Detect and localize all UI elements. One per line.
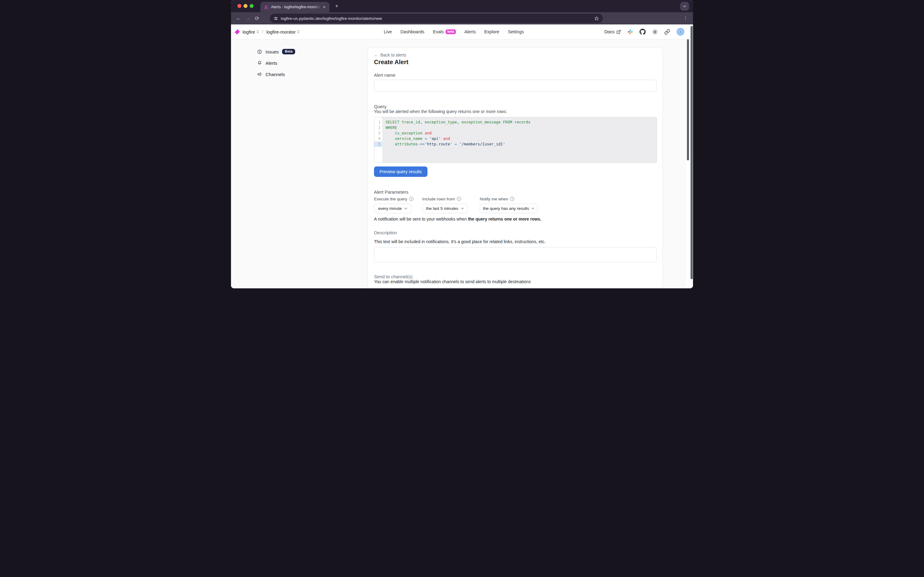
nav-tab-alerts[interactable]: Alerts [464,29,476,34]
main-nav: Live Dashboards Evals beta Alerts Explor… [384,24,524,39]
back-to-alerts-link[interactable]: ← Back to alerts [374,53,406,57]
note-prefix: A notification will be sent to your webh… [374,217,468,221]
sidebar-item-label: Issues [266,49,279,54]
close-window-button[interactable] [237,4,241,8]
bookmark-star-icon[interactable] [594,16,599,21]
sql-query-editor[interactable]: 12345 SELECT trace_id, exception_type, e… [374,117,657,163]
include-rows-select[interactable]: the last 5 minutes [422,204,468,213]
alert-name-label: Alert name [374,73,395,77]
help-question-icon[interactable]: ? [457,197,461,201]
nav-tab-settings[interactable]: Settings [508,29,524,34]
project-name: logfire-monitor [266,29,296,34]
browser-reload-button[interactable]: ⟳ [252,15,261,22]
nav-tab-live[interactable]: Live [384,29,392,34]
channels-heading: Send to channel(s) [374,274,413,279]
browser-back-button[interactable]: ← [234,15,243,21]
chevron-updown-icon [256,30,259,34]
logfire-logo-icon [235,29,240,34]
tab-close-icon[interactable]: × [321,4,327,10]
notify-when-field: Notify me when ? the query has any resul… [480,197,538,213]
select-value: the last 5 minutes [426,206,458,211]
add-channel-box[interactable] [374,287,657,288]
org-switcher[interactable]: logfire [243,29,259,34]
nav-tab-evals-label: Evals [433,29,443,34]
alert-name-input[interactable] [374,80,657,92]
chevron-down-icon [404,207,407,210]
sidebar-item-issues[interactable]: Issues Beta [257,48,295,55]
browser-forward-button[interactable]: → [243,15,252,21]
browser-window: Alerts · logfire/logfire-monitor × + ← →… [231,0,693,288]
megaphone-icon [257,72,262,77]
chevron-updown-icon [297,30,300,34]
nav-tab-dashboards[interactable]: Dashboards [401,29,424,34]
back-to-alerts-label: Back to alerts [381,53,406,57]
page-scrollbar-thumb[interactable] [690,26,693,279]
user-avatar[interactable]: - [677,28,684,36]
chevron-down-icon [461,207,464,210]
alert-parameters-heading: Alert Parameters [374,189,408,195]
docs-label: Docs [605,29,614,34]
site-settings-icon[interactable] [274,16,278,21]
project-switcher[interactable]: logfire-monitor [266,29,300,34]
query-heading: Query [374,104,387,109]
execute-query-label: Execute the query ? [374,197,413,201]
channels-help: You can enable multiple notification cha… [374,279,531,284]
nav-tab-evals[interactable]: Evals beta [433,29,456,34]
select-value: the query has any results [483,206,529,211]
execute-query-select[interactable]: every minute [374,204,411,213]
logfire-favicon-icon [264,5,269,10]
notify-when-select[interactable]: the query has any results [480,204,538,213]
page-title: Create Alert [374,59,408,66]
create-alert-card: ← Back to alerts Create Alert Alert name… [368,47,663,288]
breadcrumb: logfire / logfire-monitor [235,24,300,39]
tab-title: Alerts · logfire/logfire-monitor [271,5,321,9]
include-rows-label: Include rows from ? [422,197,468,201]
field-label-text: Execute the query [374,197,407,201]
header-actions: Docs - [605,24,684,39]
minimize-window-button[interactable] [243,4,247,8]
help-question-icon[interactable]: ? [409,197,413,201]
scrollbar-track [686,24,693,288]
sidebar-item-label: Channels [266,72,285,77]
external-link-icon [616,30,621,34]
new-tab-button[interactable]: + [333,3,340,10]
share-link-icon[interactable] [664,29,670,35]
browser-menu-icon[interactable]: ⋮ [683,15,689,21]
browser-tab[interactable]: Alerts · logfire/logfire-monitor × [260,2,329,12]
sidebar-item-channels[interactable]: Channels [257,71,295,77]
slack-icon[interactable] [627,29,633,35]
evals-beta-badge: beta [445,29,456,34]
help-question-icon[interactable]: ? [510,197,514,201]
description-help: This text will be included in notificati… [374,239,545,244]
field-label-text: Include rows from [422,197,455,201]
code-gutter: 12345 [374,117,382,163]
url-text: logfire-us.pydantic.dev/logfire/logfire-… [281,16,594,21]
tab-strip: Alerts · logfire/logfire-monitor × + [231,0,693,12]
github-icon[interactable] [640,29,646,35]
inner-scrollbar-thumb[interactable] [687,39,689,160]
chevron-down-icon [531,207,534,210]
notification-note: A notification will be sent to your webh… [374,217,542,221]
zoom-window-button[interactable] [250,4,253,8]
preview-query-results-button[interactable]: Preview query results [374,166,427,177]
traffic-lights [237,4,253,8]
docs-link[interactable]: Docs [605,29,621,34]
description-textarea[interactable] [374,247,657,263]
tab-search-menu-button[interactable] [680,2,689,11]
issues-beta-badge: Beta [282,49,295,54]
execute-query-field: Execute the query ? every minute [374,197,413,213]
code-lines[interactable]: SELECT trace_id, exception_type, excepti… [382,117,656,163]
org-name: logfire [243,29,255,34]
issue-badge-icon [257,49,262,54]
sidebar-item-alerts[interactable]: Alerts [257,60,295,66]
notify-when-label: Notify me when ? [480,197,538,201]
include-rows-field: Include rows from ? the last 5 minutes [422,197,468,213]
arrow-left-icon: ← [374,53,378,57]
address-bar[interactable]: logfire-us.pydantic.dev/logfire/logfire-… [270,14,603,23]
app-header: logfire / logfire-monitor Live Dashboard… [231,24,693,39]
theme-toggle-sun-icon[interactable] [652,29,658,35]
note-bold: the query returns one or more rows. [468,217,541,221]
description-heading: Description [374,230,397,235]
nav-tab-explore[interactable]: Explore [484,29,499,34]
alerts-sidebar: Issues Beta Alerts Channels [257,48,295,77]
